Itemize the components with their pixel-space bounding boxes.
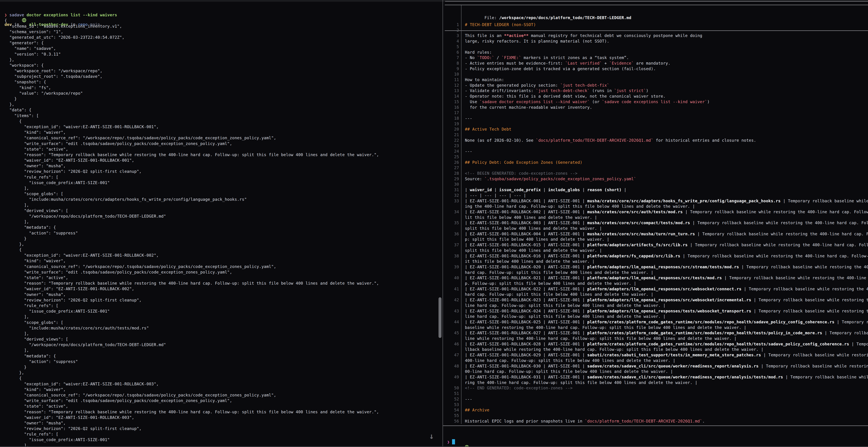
terminal-line: { [4, 376, 442, 381]
file-line: 22None (as of 2026-02-10). See `docs/pla… [445, 138, 868, 143]
terminal-line: "schema_id": "sadave.exceptions_inventor… [4, 24, 442, 29]
terminal-line: "canonical_source_ref": "/workspace/repo… [4, 264, 442, 269]
file-line: 45| EZ-ANTI-SIZE-001-ROLLBACK-027 | ANTI… [445, 330, 868, 341]
terminal-line: "derived_views": [ [4, 208, 442, 213]
line-number: 6 [445, 50, 461, 55]
line-number: 3 [445, 33, 461, 38]
file-line: 31| waiver_id | issue_code_prefix | incl… [445, 187, 868, 193]
file-line: 16 for the current machine-readable waiv… [445, 105, 868, 110]
terminal-line: "issue_code_prefix:ANTI-SIZE-001" [4, 180, 442, 185]
line-number: 52 [445, 396, 461, 402]
file-line: 24--- [445, 149, 868, 154]
terminal-line: "value": "/workspace/repo" [4, 90, 442, 96]
line-number: 12 [445, 83, 461, 88]
window-bottom-edge [0, 446, 868, 447]
terminal-line: { [4, 118, 442, 124]
file-line: 46| EZ-ANTI-SIZE-001-ROLLBACK-028 | ANTI… [445, 341, 868, 352]
terminal-line: "kind": "waiver", [4, 258, 442, 264]
terminal-line: ], [4, 348, 442, 353]
terminal-line: "issue_code_prefix:ANTI-SIZE-001" [4, 437, 442, 443]
terminal-line: ], [4, 202, 442, 208]
terminal-line: "waiver_id": "EZ-ANTI-SIZE-001-ROLLBACK-… [4, 415, 442, 420]
terminal-window: dev in all-together-dev in repo main❯ sa… [0, 0, 868, 447]
terminal-line: "schema_version": "1", [4, 29, 442, 35]
left-pane-scrollbar-thumb[interactable] [438, 297, 441, 338]
terminal-line: "action": "suppress" [4, 230, 442, 236]
pane-top-rule [445, 1, 868, 2]
file-line: 17 [445, 110, 868, 116]
line-number: 38 [445, 254, 461, 264]
terminal-line: "reason": "Temporary rollback baseline w… [4, 280, 442, 286]
line-number: 14 [445, 94, 461, 99]
file-line: 35| EZ-ANTI-SIZE-001-ROLLBACK-003 | ANTI… [445, 220, 868, 231]
terminal-line: "reason": "Temporary rollback baseline w… [4, 152, 442, 157]
line-number: 9 [445, 66, 461, 72]
line-number: 17 [445, 110, 461, 116]
line-number: 4 [445, 38, 461, 44]
terminal-line: }, [4, 57, 442, 62]
file-line: 33| EZ-ANTI-SIZE-001-ROLLBACK-001 | ANTI… [445, 198, 868, 209]
terminal-line: "metadata": { [4, 225, 442, 230]
terminal-line: } [4, 364, 442, 370]
terminal-line: "write_surface": "edit .tsqoba/sadave/po… [4, 269, 442, 275]
file-line: 23 [445, 143, 868, 149]
terminal-line: "snapshot": { [4, 79, 442, 85]
file-line: 52--- [445, 396, 868, 402]
line-number: 53 [445, 402, 461, 408]
file-content[interactable]: 1# TECH-DEBT LEDGER (non-SSOT)2 3This fi… [445, 20, 868, 425]
terminal-line: "exception_id": "waiver:EZ-ANTI-SIZE-001… [4, 252, 442, 258]
file-line: 51 [445, 391, 868, 396]
line-number: 33 [445, 198, 461, 209]
line-number: 50 [445, 385, 461, 391]
terminal-line: "include:musha/crates/core/src/auth/test… [4, 325, 442, 331]
terminal-line: "waiver_id": "EZ-ANTI-SIZE-001-ROLLBACK-… [4, 286, 442, 292]
line-number: 22 [445, 138, 461, 143]
down-arrow-icon: ↓ [427, 432, 436, 440]
terminal-line: } [4, 236, 442, 241]
line-number: 26 [445, 160, 461, 165]
terminal-line: dev in all-together-dev in repo main* [447, 434, 868, 439]
bottom-prompt-area[interactable]: dev in all-together-dev in repo main*❯ [443, 425, 868, 446]
line-number: 15 [445, 99, 461, 105]
terminal-line: "state": "active", [4, 146, 442, 152]
line-number: 21 [445, 132, 461, 138]
terminal-line: "data": { [4, 107, 442, 113]
line-number: 44 [445, 319, 461, 330]
file-header-label: File: [485, 16, 499, 20]
line-number: 51 [445, 391, 461, 396]
line-number: 8 [445, 61, 461, 66]
line-number: 30 [445, 182, 461, 187]
file-line: 48| EZ-ANTI-SIZE-001-ROLLBACK-030 | ANTI… [445, 363, 868, 375]
terminal-line: "workspace": { [4, 62, 442, 68]
file-line: 20## Active Tech Debt [445, 127, 868, 132]
line-number: 49 [445, 375, 461, 385]
terminal-line: "scope_globs": [ [4, 320, 442, 325]
file-line: 44| EZ-ANTI-SIZE-001-ROLLBACK-025 | ANTI… [445, 319, 868, 330]
left-terminal-pane[interactable]: dev in all-together-dev in repo main❯ sa… [0, 2, 442, 447]
line-number: 47 [445, 352, 461, 363]
file-line: 3This file is an **active** manual regis… [445, 33, 868, 38]
terminal-line: "/workspace/repo/docs/platform_todo/TECH… [4, 342, 442, 348]
file-line: 39| EZ-ANTI-SIZE-001-ROLLBACK-020 | ANTI… [445, 264, 868, 275]
line-number: 31 [445, 187, 461, 193]
line-number: 29 [445, 176, 461, 182]
terminal-line: "kind": "fs", [4, 85, 442, 90]
terminal-line: "generator": { [4, 40, 442, 46]
line-number: 42 [445, 297, 461, 308]
terminal-line: "state": "active", [4, 404, 442, 409]
terminal-line: "include:musha/crates/core/src/adapters/… [4, 197, 442, 202]
terminal-line: } [4, 96, 442, 101]
terminal-line: ], [4, 331, 442, 336]
line-number: 34 [445, 209, 461, 220]
line-number: 28 [445, 171, 461, 176]
file-line: 56Historical EPIC logs and prior snapsho… [445, 419, 868, 424]
right-file-pane[interactable]: File: /workspace/repo/docs/platform_todo… [443, 0, 868, 447]
line-number: 5 [445, 44, 461, 50]
line-number: 19 [445, 121, 461, 127]
file-line: 50<!-- END GENERATED: code-exception-zon… [445, 385, 868, 391]
file-line: 14- Operator note: this file is a derive… [445, 94, 868, 99]
terminal-line: "issue_code_prefix:ANTI-SIZE-001" [4, 308, 442, 314]
terminal-line: ❯ [447, 439, 868, 445]
terminal-line: "exception_id": "waiver:EZ-ANTI-SIZE-001… [4, 124, 442, 129]
scroll-to-bottom-button[interactable]: ↓ [427, 432, 436, 440]
